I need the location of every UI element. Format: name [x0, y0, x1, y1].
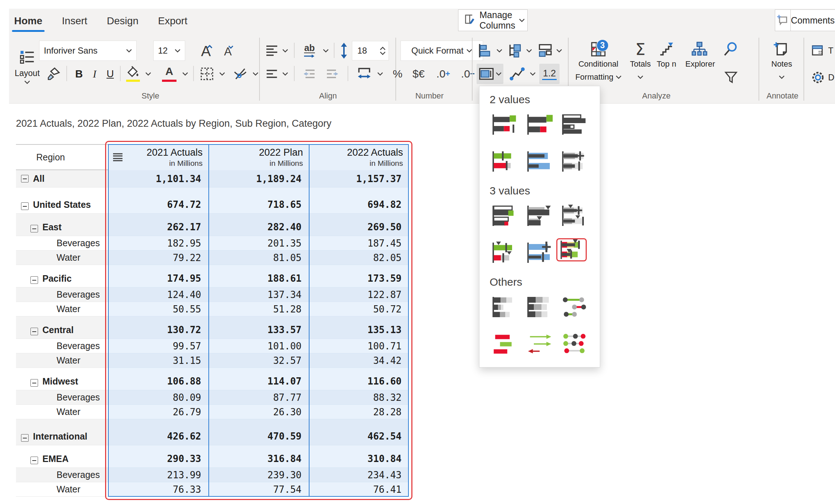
notes-button[interactable]	[769, 39, 793, 59]
value-cell-col2[interactable]: 201.35	[208, 236, 309, 251]
value-cell-col3[interactable]: 116.60	[309, 368, 409, 390]
value-cell-col2[interactable]: 239.30	[208, 468, 309, 482]
font-family-select[interactable]: Inforiver Sans	[39, 41, 137, 61]
bar-chart-button[interactable]	[477, 41, 495, 61]
chart-type-bullet-triangle-markers[interactable]	[490, 241, 520, 264]
vertical-align-chevron[interactable]	[281, 64, 290, 84]
value-cell-col3[interactable]: 34.42	[309, 353, 409, 368]
value-cell-col1[interactable]: 130.72	[108, 316, 208, 339]
value-cell-col1[interactable]: 213.99	[108, 468, 208, 482]
chart-type-variance-bar-detached[interactable]	[490, 113, 520, 136]
value-cell-col3[interactable]: 76.41	[309, 482, 409, 497]
chart-type-stacked-gray-bars-wide[interactable]	[524, 295, 555, 319]
value-cell-col2[interactable]: 51.28	[208, 302, 309, 316]
merge-cells-button[interactable]	[354, 64, 374, 84]
search-button[interactable]	[722, 39, 740, 59]
horizontal-align-chevron[interactable]	[281, 41, 290, 61]
in-cell-chart-button[interactable]	[477, 64, 503, 84]
chart-type-bullet-green-red-markers[interactable]	[490, 150, 520, 173]
bar-chart-chevron[interactable]	[495, 41, 503, 61]
collapse-toggle-icon[interactable]	[21, 202, 29, 210]
value-cell-col2[interactable]: 282.40	[208, 214, 309, 236]
value-cell-col3[interactable]: 122.87	[309, 287, 409, 302]
value-cell-col1[interactable]: 262.17	[108, 214, 208, 236]
chart-type-arrow-indicators[interactable]	[524, 332, 555, 356]
value-cell-col3[interactable]: 187.45	[309, 236, 409, 251]
hide-values-chevron[interactable]	[251, 64, 260, 84]
underline-button[interactable]: U	[103, 64, 118, 84]
value-cell-col1[interactable]: 80.09	[108, 390, 208, 405]
value-cell-col2[interactable]: 114.07	[208, 368, 309, 390]
value-cell-col3[interactable]: 269.50	[309, 214, 409, 236]
value-cell-col1[interactable]: 99.57	[108, 339, 208, 353]
value-cell-col1[interactable]: 76.33	[108, 482, 208, 497]
collapse-toggle-icon[interactable]	[21, 434, 29, 442]
value-cell-col1[interactable]: 290.33	[108, 445, 208, 468]
sparkline-button[interactable]	[507, 64, 528, 84]
chart-type-gray-bars-plus-markers[interactable]	[559, 150, 590, 173]
value-cell-col3[interactable]: 462.54	[309, 419, 409, 445]
value-cell-col2[interactable]: 133.57	[208, 316, 309, 339]
top-n-button[interactable]	[656, 39, 677, 59]
format-painter-icon[interactable]	[45, 64, 63, 84]
value-cell-col2[interactable]: 26.30	[208, 405, 309, 419]
add-comment-icon[interactable]	[775, 10, 791, 31]
value-cell-col2[interactable]: 32.57	[208, 353, 309, 368]
increase-font-size-button[interactable]: A	[198, 41, 218, 61]
font-color-chevron[interactable]	[181, 64, 190, 84]
value-cell-col1[interactable]: 124.40	[108, 287, 208, 302]
column-header-2021-actuals[interactable]: 2021 Actuals in Millions	[108, 144, 208, 170]
percent-format-button[interactable]: %	[389, 64, 406, 84]
value-cell-col2[interactable]: 81.05	[208, 251, 309, 265]
value-cell-col2[interactable]: 137.34	[208, 287, 309, 302]
theme-button[interactable]: T	[811, 41, 835, 61]
value-cell-col2[interactable]: 718.65	[208, 188, 309, 214]
layout-matrix-chevron[interactable]	[555, 41, 563, 61]
decrease-decimals-button[interactable]: .0−	[457, 64, 479, 84]
manage-columns-button[interactable]: Manage Columns	[458, 9, 528, 31]
filter-button[interactable]	[722, 67, 740, 88]
value-cell-col3[interactable]: 234.43	[309, 468, 409, 482]
increase-decimals-button[interactable]: .0+	[432, 64, 454, 84]
number-format-button[interactable]: 1.2	[539, 64, 560, 84]
row-label-international[interactable]: International	[16, 419, 108, 445]
value-cell-col3[interactable]: 694.82	[309, 188, 409, 214]
chart-type-stacked-gray-bars[interactable]	[490, 295, 520, 319]
font-color-button[interactable]: A	[160, 64, 179, 84]
notes-chevron[interactable]	[777, 72, 787, 82]
value-cell-col1[interactable]: 79.22	[108, 251, 208, 265]
row-height-stepper[interactable]: 18	[352, 41, 389, 60]
bold-button[interactable]: B	[71, 64, 87, 84]
value-cell-col2[interactable]: 87.77	[208, 390, 309, 405]
row-label-united-states[interactable]: United States	[16, 188, 108, 214]
horizontal-align-button[interactable]	[263, 41, 280, 61]
value-cell-col2[interactable]: 470.59	[208, 419, 309, 445]
merge-cells-chevron[interactable]	[376, 64, 385, 84]
tab-design[interactable]: Design	[105, 12, 140, 33]
value-cell-col2[interactable]: 77.54	[208, 482, 309, 497]
collapse-toggle-icon[interactable]	[30, 225, 38, 232]
tab-home[interactable]: Home	[13, 12, 44, 33]
borders-button[interactable]	[198, 64, 216, 84]
stepper-down-icon[interactable]	[380, 51, 386, 55]
value-cell-col1[interactable]: 31.15	[108, 353, 208, 368]
value-cell-col1[interactable]: 106.88	[108, 368, 208, 390]
stepper-up-icon[interactable]	[380, 47, 386, 50]
row-label-east[interactable]: East	[16, 214, 108, 236]
sparkline-chevron[interactable]	[529, 64, 537, 84]
value-cell-col3[interactable]: 1,157.37	[309, 170, 409, 188]
collapse-toggle-icon[interactable]	[30, 457, 38, 464]
value-cell-col1[interactable]: 174.95	[108, 265, 208, 287]
column-menu-icon[interactable]	[113, 152, 122, 163]
row-label-pacific[interactable]: Pacific	[16, 265, 108, 287]
tab-export[interactable]: Export	[157, 12, 189, 33]
value-cell-col3[interactable]: 100.71	[309, 339, 409, 353]
value-cell-col1[interactable]: 674.72	[108, 188, 208, 214]
decomposition-tree-chevron[interactable]	[525, 41, 533, 61]
collapse-toggle-icon[interactable]	[30, 276, 38, 284]
value-cell-col2[interactable]: 316.84	[208, 445, 309, 468]
chart-type-outline-variance-bars[interactable]	[490, 204, 520, 227]
value-cell-col3[interactable]: 28.28	[309, 405, 409, 419]
fill-color-chevron[interactable]	[144, 64, 153, 84]
hide-values-button[interactable]	[231, 64, 250, 84]
